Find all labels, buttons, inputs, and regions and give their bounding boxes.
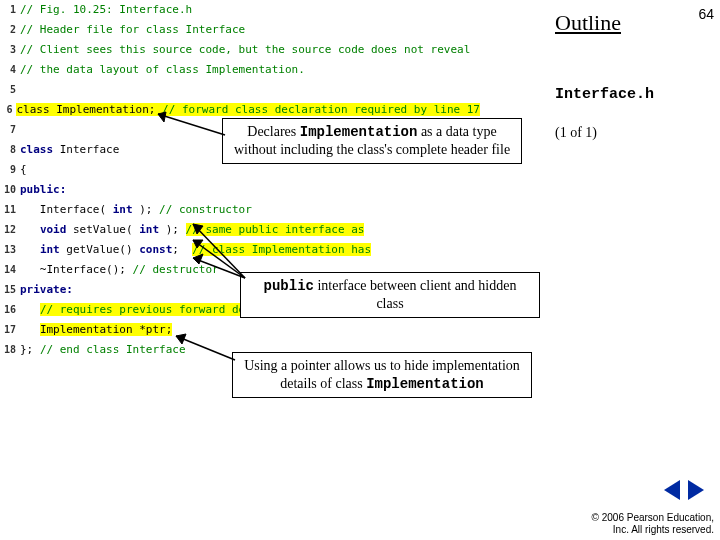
svg-line-8: [176, 336, 235, 360]
svg-line-4: [193, 258, 245, 278]
line-number: 15: [0, 280, 20, 300]
line-number: 2: [0, 20, 20, 40]
code-line: 4// the data layout of class Implementat…: [0, 60, 480, 80]
line-number: 16: [0, 300, 20, 320]
copyright: © 2006 Pearson Education, Inc. All right…: [592, 512, 714, 536]
code-text: Implementation *ptr;: [20, 320, 172, 340]
callout-mono: public: [264, 278, 314, 294]
line-number: 6: [0, 100, 16, 120]
line-number: 10: [0, 180, 20, 200]
line-number: 5: [0, 80, 20, 100]
svg-marker-1: [158, 112, 166, 122]
line-number: 14: [0, 260, 20, 280]
code-text: class Interface: [20, 140, 119, 160]
line-number: 3: [0, 40, 20, 60]
line-number: 13: [0, 240, 20, 260]
outline-heading: Outline: [555, 10, 621, 36]
callout-public-interface: public interface between client and hidd…: [240, 272, 540, 318]
line-number: 11: [0, 200, 20, 220]
code-line: 6class Implementation; // forward class …: [0, 100, 480, 120]
callout-forward-declaration: Declares Implementation as a data type w…: [222, 118, 522, 164]
nav-controls: [662, 480, 706, 504]
code-text: // Client sees this source code, but the…: [20, 40, 470, 60]
copyright-line: © 2006 Pearson Education,: [592, 512, 714, 524]
svg-line-0: [158, 114, 225, 135]
copyright-line: Inc. All rights reserved.: [592, 524, 714, 536]
code-text: Interface( int ); // constructor: [20, 200, 252, 220]
callout-text: Declares: [247, 124, 299, 139]
code-text: // Header file for class Interface: [20, 20, 245, 40]
code-line: 3// Client sees this source code, but th…: [0, 40, 480, 60]
callout-arrow-icon: [185, 218, 255, 288]
line-number: 18: [0, 340, 20, 360]
svg-line-6: [193, 224, 245, 278]
code-line: 2// Header file for class Interface: [0, 20, 480, 40]
code-text: public:: [20, 180, 66, 200]
code-line: 5: [0, 80, 480, 100]
callout-mono: Implementation: [366, 376, 484, 392]
callout-mono: Implementation: [300, 124, 418, 140]
code-text: }; // end class Interface: [20, 340, 186, 360]
line-number: 1: [0, 0, 20, 20]
code-text: {: [20, 160, 27, 180]
line-number: 17: [0, 320, 20, 340]
next-button[interactable]: [688, 480, 704, 500]
code-text: // the data layout of class Implementati…: [20, 60, 305, 80]
code-line: 10public:: [0, 180, 480, 200]
line-number: 12: [0, 220, 20, 240]
prev-button[interactable]: [664, 480, 680, 500]
code-text: private:: [20, 280, 73, 300]
page-number: 64: [698, 6, 714, 22]
callout-text: interface between client and hidden clas…: [314, 278, 517, 311]
code-line: 17 Implementation *ptr;: [0, 320, 480, 340]
line-number: 9: [0, 160, 20, 180]
page-progress: (1 of 1): [555, 125, 597, 141]
code-line: 11 Interface( int ); // constructor: [0, 200, 480, 220]
line-number: 7: [0, 120, 20, 140]
line-number: 4: [0, 60, 20, 80]
callout-arrow-icon: [150, 110, 230, 150]
code-line: 1// Fig. 10.25: Interface.h: [0, 0, 480, 20]
code-text: // Fig. 10.25: Interface.h: [20, 0, 192, 20]
callout-arrow-icon: [170, 332, 240, 362]
svg-marker-9: [176, 334, 186, 344]
svg-marker-5: [193, 254, 203, 264]
line-number: 8: [0, 140, 20, 160]
filename-label: Interface.h: [555, 86, 654, 103]
callout-pointer-hiding: Using a pointer allows us to hide implem…: [232, 352, 532, 398]
code-text: class Implementation; // forward class d…: [16, 100, 480, 120]
